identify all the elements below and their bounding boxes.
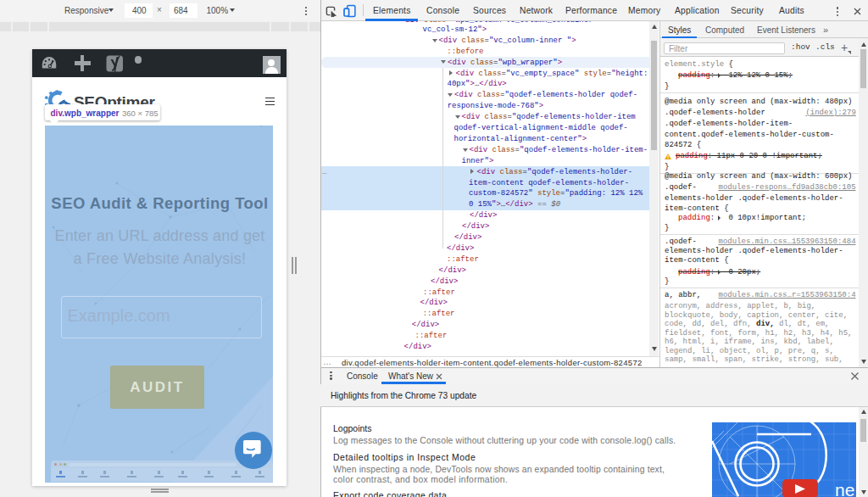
svg-text:ne: ne [835, 480, 854, 497]
